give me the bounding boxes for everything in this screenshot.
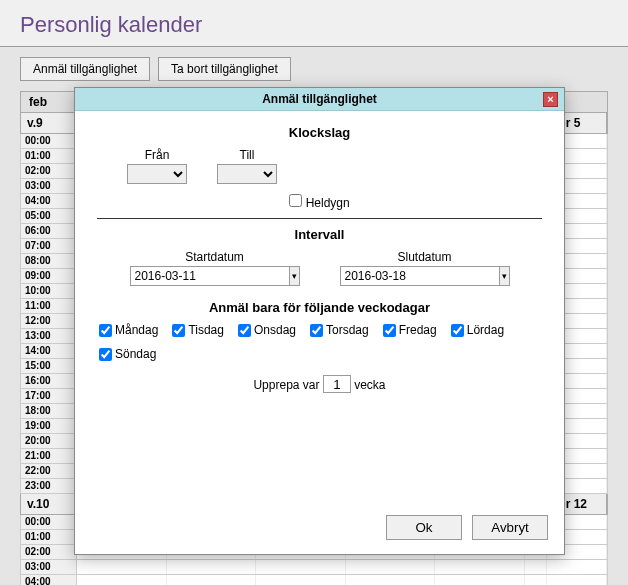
hour-label: 03:00 — [21, 179, 77, 193]
end-date-input[interactable] — [341, 267, 499, 285]
weekday-item[interactable]: Söndag — [99, 347, 156, 361]
hour-label: 04:00 — [21, 575, 77, 585]
weekday-label: Tisdag — [188, 323, 224, 337]
weekday-checkbox[interactable] — [310, 324, 323, 337]
report-availability-button[interactable]: Anmäl tillgänglighet — [20, 57, 150, 81]
hour-label: 07:00 — [21, 239, 77, 253]
weekday-checkbox[interactable] — [172, 324, 185, 337]
hour-label: 19:00 — [21, 419, 77, 433]
week-label: v.10 — [21, 494, 77, 514]
page-title: Personlig kalender — [0, 0, 628, 47]
hour-label: 00:00 — [21, 134, 77, 148]
hour-label: 02:00 — [21, 545, 77, 559]
repeat-prefix: Upprepa var — [253, 378, 319, 392]
chevron-down-icon[interactable]: ▾ — [289, 267, 299, 285]
dialog-footer: Ok Avbryt — [75, 505, 564, 554]
start-date-combo: ▾ — [130, 266, 300, 286]
hour-label: 20:00 — [21, 434, 77, 448]
hour-cell[interactable] — [547, 575, 607, 585]
hour-cell[interactable] — [77, 560, 167, 574]
weekday-item[interactable]: Fredag — [383, 323, 437, 337]
repeat-row: Upprepa var vecka — [97, 375, 542, 393]
hour-cell[interactable] — [547, 560, 607, 574]
hour-cell[interactable] — [435, 560, 525, 574]
hour-cell[interactable] — [77, 575, 167, 585]
section-weekdays-title: Anmäl bara för följande veckodagar — [97, 300, 542, 315]
weekday-checkbox[interactable] — [451, 324, 464, 337]
hour-cell[interactable] — [346, 575, 436, 585]
end-date-combo: ▾ — [340, 266, 510, 286]
to-label: Till — [240, 148, 255, 162]
weekday-item[interactable]: Lördag — [451, 323, 504, 337]
weekday-checkbox[interactable] — [383, 324, 396, 337]
hour-label: 01:00 — [21, 149, 77, 163]
hour-label: 08:00 — [21, 254, 77, 268]
cancel-button[interactable]: Avbryt — [472, 515, 548, 540]
weekday-item[interactable]: Måndag — [99, 323, 158, 337]
start-date-field: Startdatum ▾ — [130, 250, 300, 286]
hour-cell[interactable] — [167, 575, 257, 585]
weekday-label: Fredag — [399, 323, 437, 337]
weekday-item[interactable]: Onsdag — [238, 323, 296, 337]
hour-label: 09:00 — [21, 269, 77, 283]
availability-dialog: Anmäl tillgänglighet × Klockslag Från Ti… — [74, 87, 565, 555]
date-pair: Startdatum ▾ Slutdatum ▾ — [97, 250, 542, 286]
weekday-label: Onsdag — [254, 323, 296, 337]
hour-cell[interactable] — [525, 575, 547, 585]
dialog-title: Anmäl tillgänglighet × — [75, 88, 564, 111]
hour-label: 15:00 — [21, 359, 77, 373]
hour-cell[interactable] — [346, 560, 436, 574]
hour-row: 04:00 — [20, 575, 608, 585]
hour-cell[interactable] — [256, 575, 346, 585]
hour-label: 03:00 — [21, 560, 77, 574]
hour-label: 13:00 — [21, 329, 77, 343]
weekday-checkbox[interactable] — [238, 324, 251, 337]
hour-label: 11:00 — [21, 299, 77, 313]
to-time-field: Till — [217, 148, 277, 184]
remove-availability-button[interactable]: Ta bort tillgänglighet — [158, 57, 291, 81]
weekday-checkbox[interactable] — [99, 348, 112, 361]
weekday-item[interactable]: Torsdag — [310, 323, 369, 337]
weekday-label: Lördag — [467, 323, 504, 337]
hour-label: 00:00 — [21, 515, 77, 529]
end-date-label: Slutdatum — [397, 250, 451, 264]
hour-cell[interactable] — [525, 560, 547, 574]
hour-label: 21:00 — [21, 449, 77, 463]
hour-label: 01:00 — [21, 530, 77, 544]
hour-cell[interactable] — [256, 560, 346, 574]
dialog-body: Klockslag Från Till Heldygn Intervall St… — [75, 111, 564, 505]
dialog-title-text: Anmäl tillgänglighet — [262, 92, 377, 106]
hour-label: 02:00 — [21, 164, 77, 178]
to-time-select[interactable] — [217, 164, 277, 184]
hour-label: 05:00 — [21, 209, 77, 223]
repeat-value-input[interactable] — [323, 375, 351, 393]
hour-label: 17:00 — [21, 389, 77, 403]
from-label: Från — [145, 148, 170, 162]
from-time-select[interactable] — [127, 164, 187, 184]
hour-label: 12:00 — [21, 314, 77, 328]
chevron-down-icon[interactable]: ▾ — [499, 267, 509, 285]
week-label: v.9 — [21, 113, 77, 133]
allday-label[interactable]: Heldygn — [306, 196, 350, 210]
ok-button[interactable]: Ok — [386, 515, 462, 540]
from-time-field: Från — [127, 148, 187, 184]
allday-checkbox[interactable] — [289, 194, 302, 207]
section-time-title: Klockslag — [97, 125, 542, 140]
hour-label: 10:00 — [21, 284, 77, 298]
section-interval-title: Intervall — [97, 227, 542, 242]
hour-label: 22:00 — [21, 464, 77, 478]
hour-label: 14:00 — [21, 344, 77, 358]
weekday-item[interactable]: Tisdag — [172, 323, 224, 337]
divider — [97, 218, 542, 219]
hour-label: 16:00 — [21, 374, 77, 388]
hour-label: 18:00 — [21, 404, 77, 418]
weekday-checkbox[interactable] — [99, 324, 112, 337]
hour-cell[interactable] — [435, 575, 525, 585]
toolbar: Anmäl tillgänglighet Ta bort tillgänglig… — [0, 47, 628, 91]
close-icon[interactable]: × — [543, 92, 558, 107]
allday-row: Heldygn — [97, 194, 542, 210]
hour-cell[interactable] — [167, 560, 257, 574]
hour-label: 06:00 — [21, 224, 77, 238]
weekday-label: Måndag — [115, 323, 158, 337]
start-date-input[interactable] — [131, 267, 289, 285]
